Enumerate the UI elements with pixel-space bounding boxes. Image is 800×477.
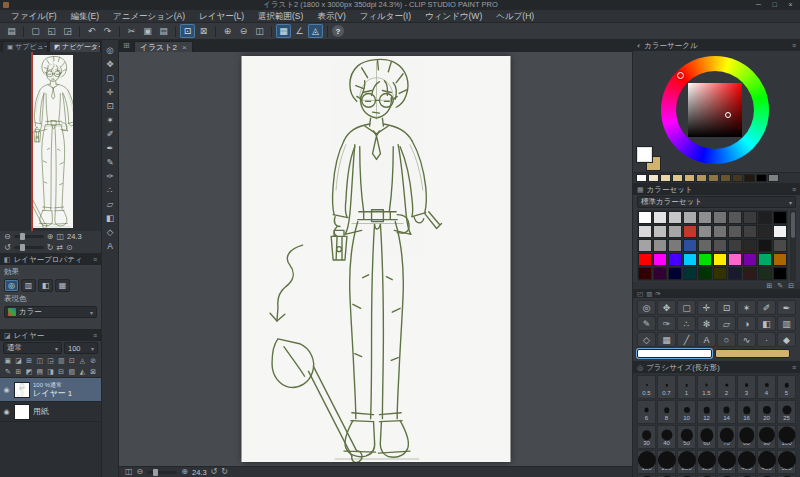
color-swatch[interactable] — [773, 225, 787, 238]
subtool-tab-1-icon[interactable]: ▥ — [646, 290, 652, 298]
tab-navigator[interactable]: ◩ナビゲーター — [49, 41, 101, 52]
nav-zoom-out-button[interactable]: ⊖ — [4, 232, 11, 242]
brush-size-cell[interactable]: 1.5 — [697, 375, 716, 399]
open-file-button[interactable]: ◱ — [44, 24, 59, 38]
color-swatch[interactable] — [713, 239, 727, 252]
layers-tool-2[interactable]: ⊞ — [24, 356, 34, 366]
layers-tool-3[interactable]: ◫ — [35, 356, 45, 366]
color-swatch[interactable] — [713, 267, 727, 280]
blend-mode-select[interactable]: 通常 ▾ — [3, 342, 62, 354]
opacity-input[interactable]: 100 ▾ — [64, 342, 98, 354]
history-swatch[interactable] — [720, 174, 731, 182]
color-swatch[interactable] — [683, 239, 697, 252]
panel-menu-icon[interactable]: ≡ — [792, 42, 796, 49]
color-swatch[interactable] — [743, 239, 757, 252]
color-swatch[interactable] — [653, 239, 667, 252]
brush-size-cell[interactable]: 0.5 — [637, 375, 656, 399]
brush-size-cell[interactable]: 400 — [737, 450, 756, 474]
nav-rotate-slider[interactable] — [14, 246, 44, 249]
brush-size-cell[interactable]: 30 — [637, 425, 656, 449]
color-swatch[interactable] — [773, 267, 787, 280]
tool-pencil-icon[interactable]: ✎ — [103, 155, 117, 168]
nav-fit-button[interactable]: ◫ — [56, 232, 64, 242]
color-swatch[interactable] — [758, 211, 772, 224]
color-swatch[interactable] — [668, 253, 682, 266]
history-swatch[interactable] — [672, 174, 683, 182]
tone-effect-button[interactable]: ▥ — [21, 279, 36, 292]
subtool-balloon-icon[interactable]: ○ — [717, 332, 736, 347]
canvas-zoom-in-button[interactable]: ⊕ — [181, 467, 188, 477]
brush-size-cell[interactable]: 90 — [757, 425, 776, 449]
nav-zoom-in-button[interactable]: ⊕ — [47, 232, 54, 242]
brush-size-cell[interactable]: 0.7 — [657, 375, 676, 399]
zoom-in-button[interactable]: ⊕ — [220, 24, 235, 38]
minimize-button[interactable]: ─ — [752, 0, 765, 10]
subtool-gradient-icon[interactable]: ▥ — [777, 316, 796, 331]
color-swatch[interactable] — [773, 211, 787, 224]
color-swatch[interactable] — [668, 225, 682, 238]
nav-zoom-slider-knob[interactable] — [20, 233, 25, 240]
brush-size-cell[interactable]: 6 — [637, 400, 656, 424]
tool-fill-icon[interactable]: ◧ — [103, 211, 117, 224]
color-swatch[interactable] — [683, 253, 697, 266]
layers-tool-8[interactable]: ⊘ — [88, 356, 98, 366]
brush-size-cell[interactable]: 50 — [677, 425, 696, 449]
color-swatch[interactable] — [728, 267, 742, 280]
subtool-dust-icon[interactable]: · — [757, 332, 776, 347]
nav-rotate-left-button[interactable]: ↺ — [4, 243, 11, 253]
color-swatch[interactable] — [758, 253, 772, 266]
layers-tool-7[interactable]: ◭ — [78, 367, 88, 377]
history-swatch[interactable] — [648, 174, 659, 182]
menu-item[interactable]: ヘルプ(H) — [489, 10, 541, 23]
history-swatch[interactable] — [708, 174, 719, 182]
subtool-eyedropper-icon[interactable]: ✐ — [757, 300, 776, 315]
color-swatch[interactable] — [758, 267, 772, 280]
subtool-ruler-icon[interactable]: ╱ — [677, 332, 696, 347]
panel-menu-icon[interactable]: ≡ — [93, 256, 97, 263]
color-swatch[interactable] — [743, 267, 757, 280]
subtool-airbrush-icon[interactable]: ∴ — [677, 316, 696, 331]
tool-airbrush-icon[interactable]: ∴ — [103, 183, 117, 196]
panel-menu-icon[interactable]: ≡ — [792, 186, 796, 193]
history-swatch[interactable] — [732, 174, 743, 182]
visibility-eye-icon[interactable]: ◉ — [2, 386, 11, 394]
color-swatch[interactable] — [683, 225, 697, 238]
brush-size-cell[interactable]: 80 — [737, 425, 756, 449]
brush-size-cell[interactable]: 4 — [757, 375, 776, 399]
document-tab[interactable]: イラスト2 × — [134, 41, 193, 52]
history-swatch[interactable] — [684, 174, 695, 182]
canvas-zoom-slider[interactable] — [147, 471, 177, 474]
color-swatch[interactable] — [698, 239, 712, 252]
tool-brush-icon[interactable]: ✑ — [103, 169, 117, 182]
nav-flip-horizontal-button[interactable]: ⇄ — [56, 243, 63, 253]
subtool-tab-0-icon[interactable]: ◰ — [637, 290, 643, 298]
layers-tool-4[interactable]: ◲ — [46, 356, 56, 366]
main-color-bar[interactable] — [637, 349, 712, 358]
color-set-select[interactable]: 標準カラーセット ▾ — [637, 196, 796, 208]
panel-menu-icon[interactable]: ≡ — [93, 332, 97, 339]
layers-tool-2[interactable]: ◩ — [24, 367, 34, 377]
tool-move-icon[interactable]: ✥ — [103, 57, 117, 70]
subtool-fill-icon[interactable]: ◧ — [757, 316, 776, 331]
brush-size-cell[interactable]: 60 — [697, 425, 716, 449]
color-swatch[interactable] — [668, 239, 682, 252]
brush-size-cell[interactable]: 70 — [717, 425, 736, 449]
subtool-zoom-icon[interactable]: ◎ — [637, 300, 656, 315]
cut-button[interactable]: ✂ — [124, 24, 139, 38]
color-swatch[interactable] — [638, 211, 652, 224]
layers-tool-5[interactable]: ▥ — [56, 356, 66, 366]
tool-auto-select-icon[interactable]: ✶ — [103, 113, 117, 126]
panel-menu-icon[interactable]: ≡ — [792, 364, 796, 371]
subtool-move-icon[interactable]: ✥ — [657, 300, 676, 315]
navigator-preview[interactable] — [0, 52, 101, 231]
undo-button[interactable]: ↶ — [84, 24, 99, 38]
brush-size-cell[interactable]: 100 — [777, 425, 796, 449]
menu-item[interactable]: フィルター(I) — [353, 10, 418, 23]
brush-size-cell[interactable]: 5 — [777, 375, 796, 399]
subtool-selection-icon[interactable]: ⊡ — [717, 300, 736, 315]
close-button[interactable]: × — [784, 0, 797, 10]
layers-tool-1[interactable]: ⊞ — [14, 367, 24, 377]
brush-size-cell[interactable]: 16 — [737, 400, 756, 424]
subtool-other-icon[interactable]: ◆ — [777, 332, 796, 347]
brush-size-cell[interactable]: 10 — [677, 400, 696, 424]
